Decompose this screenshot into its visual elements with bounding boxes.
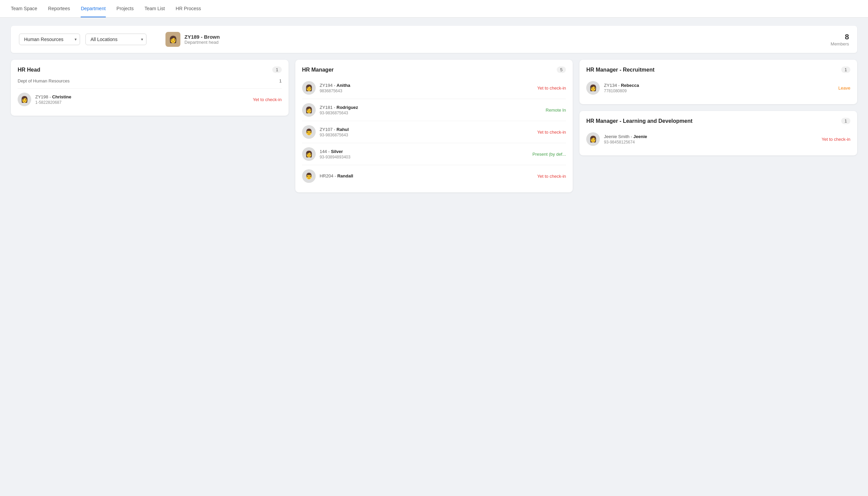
right-column: HR Manager - Recruitment 1 👩 ZY134 - Reb… — [579, 60, 857, 155]
member-phone: 9836875643 — [320, 89, 533, 93]
member-id-name: ZY194 - Anitha — [320, 83, 533, 88]
member-status: Yet to check-in — [822, 137, 850, 142]
avatar-image: 👩 — [586, 81, 600, 95]
avatar-image: 👩 — [586, 132, 600, 146]
member-status: Leave — [838, 86, 850, 91]
hr-manager-learning-count-badge: 1 — [841, 118, 850, 124]
dept-head-title: Department head — [184, 40, 220, 45]
avatar-image: 👩 — [302, 103, 316, 117]
hr-head-card-header: HR Head 1 — [18, 66, 282, 73]
hr-manager-recruitment-count-badge: 1 — [841, 66, 850, 73]
member-phone: 1-5822820687 — [35, 100, 249, 105]
member-phone: 93-9836875643 — [320, 133, 533, 137]
hr-head-sub-count: 1 — [279, 78, 282, 83]
member-id-name: ZY107 - Rahul — [320, 127, 533, 132]
department-select-wrapper: Human Resources ▾ — [19, 34, 80, 45]
member-info: Jeenie Smith - Jeenie 93-98458125674 — [604, 134, 818, 144]
tab-team-space[interactable]: Team Space — [11, 0, 37, 17]
member-info: ZY194 - Anitha 9836875643 — [320, 83, 533, 93]
members-label: Members — [831, 41, 849, 46]
avatar: 👩 — [18, 93, 31, 106]
avatar-image: 👩 — [302, 81, 316, 95]
member-row: 👩 ZY181 - Rodriguez 93-9836875643 Remote… — [302, 100, 566, 120]
member-phone: 93-98458125674 — [604, 140, 818, 144]
member-info: ZY181 - Rodriguez 93-9836875643 — [320, 105, 542, 115]
hr-manager-card-header: HR Manager 5 — [302, 66, 566, 73]
member-phone: 93-93894893403 — [320, 155, 529, 159]
member-id-name: HR204 - Randall — [320, 173, 533, 179]
member-info: ZY198 - Christine 1-5822820687 — [35, 94, 249, 105]
avatar: 👩 — [586, 81, 600, 95]
dept-head-info: 👩 ZY189 - Brown Department head — [165, 32, 220, 47]
location-select-wrapper: All Locations ▾ — [85, 34, 146, 45]
tab-reportees[interactable]: Reportees — [48, 0, 70, 17]
dept-head-avatar: 👩 — [165, 32, 180, 47]
avatar: 👩 — [302, 103, 316, 117]
avatar-image: 👨 — [302, 169, 316, 183]
member-info: 144 - Silver 93-93894893403 — [320, 149, 529, 159]
member-id-name: ZY134 - Rebecca — [604, 83, 834, 88]
hr-manager-recruitment-card: HR Manager - Recruitment 1 👩 ZY134 - Reb… — [579, 60, 857, 104]
avatar: 👨 — [302, 169, 316, 183]
hr-manager-recruitment-header: HR Manager - Recruitment 1 — [586, 66, 850, 73]
hr-manager-count-badge: 5 — [557, 66, 566, 73]
tab-projects[interactable]: Projects — [117, 0, 134, 17]
member-info: ZY107 - Rahul 93-9836875643 — [320, 127, 533, 137]
dept-head-avatar-image: 👩 — [169, 35, 177, 43]
hr-manager-learning-title: HR Manager - Learning and Development — [586, 118, 692, 124]
members-number: 8 — [831, 33, 849, 41]
top-navigation: Team Space Reportees Department Projects… — [0, 0, 868, 18]
avatar: 👩 — [586, 132, 600, 146]
member-row: 👩 Jeenie Smith - Jeenie 93-98458125674 Y… — [586, 129, 850, 149]
member-id-name: ZY181 - Rodriguez — [320, 105, 542, 110]
location-select[interactable]: All Locations — [85, 34, 146, 45]
member-info: HR204 - Randall — [320, 173, 533, 179]
hr-head-card: HR Head 1 Dept of Human Resources 1 👩 ZY… — [11, 60, 289, 116]
member-row: 👨 ZY107 - Rahul 93-9836875643 Yet to che… — [302, 123, 566, 141]
tab-team-list[interactable]: Team List — [144, 0, 165, 17]
member-status: Yet to check-in — [537, 129, 566, 135]
member-status: Remote In — [546, 108, 566, 113]
hr-head-count-badge: 1 — [272, 66, 282, 73]
member-id-name: 144 - Silver — [320, 149, 529, 154]
member-phone: 93-9836875643 — [320, 111, 542, 115]
member-row: 👨 HR204 - Randall Yet to check-in — [302, 167, 566, 186]
avatar-image: 👩 — [302, 147, 316, 161]
avatar: 👩 — [302, 81, 316, 95]
members-count: 8 Members — [831, 33, 849, 46]
member-id-name: ZY198 - Christine — [35, 94, 249, 99]
member-id-name: Jeenie Smith - Jeenie — [604, 134, 818, 139]
avatar: 👩 — [302, 147, 316, 161]
hr-manager-learning-header: HR Manager - Learning and Development 1 — [586, 118, 850, 124]
filter-bar: Human Resources ▾ All Locations ▾ 👩 ZY18… — [11, 26, 857, 53]
dept-head-text: ZY189 - Brown Department head — [184, 34, 220, 45]
avatar: 👨 — [302, 125, 316, 139]
member-row: 👩 144 - Silver 93-93894893403 Present (b… — [302, 144, 566, 164]
department-select[interactable]: Human Resources — [19, 34, 80, 45]
hr-manager-card-title: HR Manager — [302, 67, 334, 73]
hr-head-card-title: HR Head — [18, 67, 41, 73]
avatar-image: 👩 — [18, 93, 31, 106]
hr-manager-recruitment-title: HR Manager - Recruitment — [586, 67, 654, 73]
member-phone: 7781080809 — [604, 89, 834, 93]
member-row: 👩 ZY198 - Christine 1-5822820687 Yet to … — [18, 90, 282, 109]
avatar-image: 👨 — [302, 125, 316, 139]
tab-department[interactable]: Department — [81, 0, 106, 17]
member-info: ZY134 - Rebecca 7781080809 — [604, 83, 834, 93]
member-status: Yet to check-in — [537, 174, 566, 179]
member-status: Yet to check-in — [537, 86, 566, 91]
member-row: 👩 ZY194 - Anitha 9836875643 Yet to check… — [302, 78, 566, 97]
member-row: 👩 ZY134 - Rebecca 7781080809 Leave — [586, 78, 850, 97]
tab-hr-process[interactable]: HR Process — [176, 0, 201, 17]
hr-head-sub-label: Dept of Human Resources 1 — [18, 78, 282, 83]
member-status: Yet to check-in — [253, 97, 282, 102]
member-status: Present (by def... — [532, 152, 566, 157]
dept-head-name: ZY189 - Brown — [184, 34, 220, 40]
page-body: Human Resources ▾ All Locations ▾ 👩 ZY18… — [0, 18, 868, 201]
hr-manager-learning-card: HR Manager - Learning and Development 1 … — [579, 111, 857, 155]
hr-manager-card: HR Manager 5 👩 ZY194 - Anitha 9836875643… — [295, 60, 573, 192]
cards-grid: HR Head 1 Dept of Human Resources 1 👩 ZY… — [11, 60, 857, 192]
